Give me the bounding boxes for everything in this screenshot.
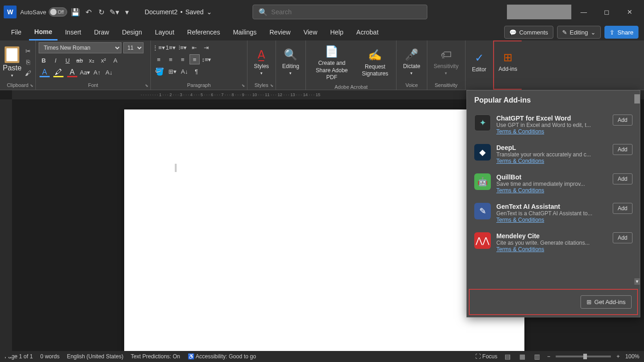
autosave-toggle[interactable]: AutoSave Off [20,7,67,17]
quick-styles-icon[interactable]: ✎▾ [109,7,119,17]
subscript-button[interactable]: x₂ [86,55,97,65]
create-pdf-button[interactable]: 📄 Create and Share Adobe PDF [309,42,355,83]
search-box[interactable]: 🔍 [253,5,427,19]
maximize-button[interactable]: ◻ [596,5,617,19]
format-painter-icon[interactable]: 🖌 [23,69,33,77]
sort-button[interactable]: A↓ [179,66,190,76]
addin-add-button[interactable]: Add [613,232,632,243]
shading-button[interactable]: 🪣 [154,66,166,76]
language-status[interactable]: English (United States) [67,353,123,360]
italic-button[interactable]: I [51,55,61,65]
paste-button[interactable]: Paste ▾ [3,46,22,78]
save-icon[interactable]: 💾 [71,7,80,17]
tab-acrobat[interactable]: Acrobat [351,25,384,40]
addin-add-button[interactable]: Add [613,203,632,214]
show-marks-button[interactable]: ¶ [191,66,201,76]
styles-button[interactable]: A̲ Styles ▾ [250,46,273,78]
editing-button[interactable]: 🔍 Editing ▾ [279,46,303,78]
grow-font-button[interactable]: A↑ [92,67,102,77]
zoom-in-button[interactable]: + [616,353,620,360]
increase-indent-button[interactable]: ⇥ [201,42,212,52]
zoom-level[interactable]: 100% [625,353,639,360]
copy-icon[interactable]: ⎘ [23,58,33,66]
web-layout-icon[interactable]: ▥ [532,352,541,361]
read-mode-icon[interactable]: ▤ [503,352,512,361]
redo-icon[interactable]: ↻ [97,7,106,17]
comments-button[interactable]: 💬Comments [504,26,553,39]
addins-button[interactable]: ⊞ Add-ins [495,48,521,75]
focus-mode-button[interactable]: ⛶ Focus [475,353,497,360]
justify-button[interactable]: ≡ [190,54,200,64]
scrollbar-thumb[interactable] [634,94,640,103]
tab-layout[interactable]: Layout [150,25,180,40]
tab-insert[interactable]: Insert [59,25,86,40]
search-input[interactable] [271,8,421,16]
clipboard-launcher[interactable]: ⬊ [30,83,34,88]
sensitivity-button[interactable]: 🏷 Sensitivity ▾ [430,46,462,78]
text-predictions-status[interactable]: Text Predictions: On [131,353,180,360]
addin-add-button[interactable]: Add [613,115,632,126]
editor-button[interactable]: ✓ Editor [468,49,490,75]
addins-list[interactable]: ✦ ChatGPT for Excel Word Use GPT in Exce… [467,110,640,287]
font-launcher[interactable]: ⬊ [145,83,149,88]
get-addins-button[interactable]: ⊞ Get Add-ins [581,295,632,309]
align-center-button[interactable]: ≡ [166,54,176,64]
tab-file[interactable]: File [6,25,27,40]
qat-dropdown-icon[interactable]: ▾ [122,7,132,17]
cut-icon[interactable]: ✂ [23,47,33,55]
superscript-button[interactable]: x² [98,55,109,65]
paragraph-launcher[interactable]: ⬊ [242,83,245,88]
underline-button[interactable]: U [63,55,73,65]
editing-mode-button[interactable]: ✎Editing⌄ [557,26,601,39]
bold-button[interactable]: B [39,55,49,65]
align-right-button[interactable]: ≡ [178,54,188,64]
word-count[interactable]: 0 words [40,353,59,360]
dictate-button[interactable]: 🎤 Dictate ▾ [399,46,424,78]
addin-terms-link[interactable]: Terms & Conditions [496,128,607,135]
font-color-button[interactable]: A [66,67,78,77]
tab-draw[interactable]: Draw [88,25,115,40]
account-placeholder[interactable] [507,5,571,19]
change-case-button[interactable]: Aa▾ [80,67,90,77]
borders-button[interactable]: ⊞▾ [167,66,178,76]
autosave-switch[interactable]: Off [49,7,67,17]
align-left-button[interactable]: ≡ [154,54,164,64]
addin-add-button[interactable]: Add [613,144,632,155]
addin-add-button[interactable]: Add [613,173,632,184]
tab-home[interactable]: Home [29,24,58,40]
font-family-select[interactable]: Times New Roman [39,42,121,53]
text-effects-button[interactable]: A [110,55,121,65]
decrease-indent-button[interactable]: ⇤ [190,42,200,52]
multilevel-list-button[interactable]: ⁝≡▾ [178,42,188,52]
tab-mailings[interactable]: Mailings [227,25,262,40]
accessibility-status[interactable]: ♿ Accessibility: Good to go [188,353,256,360]
shrink-font-button[interactable]: A↓ [104,67,114,77]
line-spacing-button[interactable]: ↕≡▾ [201,54,212,64]
tab-references[interactable]: References [182,25,226,40]
undo-icon[interactable]: ↶ [84,7,93,17]
document-page[interactable] [124,109,524,353]
addin-terms-link[interactable]: Terms & Conditions [496,246,607,253]
tab-help[interactable]: Help [325,25,349,40]
addin-terms-link[interactable]: Terms & Conditions [496,187,607,194]
bullets-button[interactable]: ⋮≡▾ [154,42,164,52]
text-highlight-button[interactable]: A [39,67,51,77]
vertical-ruler[interactable] [0,99,12,357]
document-title[interactable]: Document2 • Saved ⌄ [144,8,212,16]
addin-terms-link[interactable]: Terms & Conditions [496,217,607,223]
zoom-out-button[interactable]: − [547,353,550,360]
styles-launcher[interactable]: ⬊ [270,83,274,88]
scroll-down-icon[interactable]: ▼ [634,278,640,285]
share-button[interactable]: ⇪Share [604,26,638,39]
strikethrough-button[interactable]: ab [75,55,85,65]
request-signatures-button[interactable]: ✍ Request Signatures [356,46,393,80]
font-size-select[interactable]: 11 [123,42,144,53]
close-button[interactable]: ✕ [619,5,640,19]
addin-terms-link[interactable]: Terms & Conditions [496,158,607,164]
tab-review[interactable]: Review [264,25,296,40]
tab-view[interactable]: View [298,25,323,40]
highlight-color-button[interactable]: 🖍 [52,67,64,77]
print-layout-icon[interactable]: ▦ [518,352,527,361]
zoom-slider[interactable] [556,356,611,357]
tab-design[interactable]: Design [116,25,148,40]
